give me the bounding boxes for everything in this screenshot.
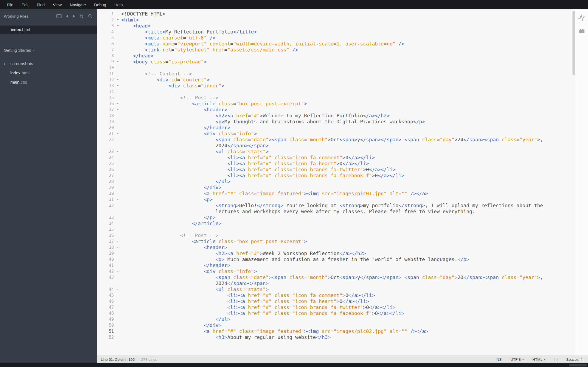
code-line[interactable]: 52 <h3>About my regular using website</h…	[97, 334, 575, 340]
code-line[interactable]: 22 <span class="date"><span class="month…	[97, 137, 575, 143]
overwrite-indicator[interactable]: INS	[495, 357, 502, 362]
code-line[interactable]: 1<!DOCTYPE HTML>	[97, 11, 575, 17]
code-line[interactable]: 45 <li><a href="#" class="icon fa-commen…	[97, 292, 575, 298]
code-line[interactable]: 19 <p>My thoughts and brainstorms about …	[97, 119, 575, 125]
fold-marker-icon[interactable]: ▾	[115, 101, 121, 107]
code-line[interactable]: 4 <title>My Reflection Portfolio</title>	[97, 29, 575, 35]
code-line[interactable]: 13▾ <div class="inner">	[97, 83, 575, 89]
fold-marker-icon[interactable]: ▾	[115, 268, 121, 274]
menu-item-navigate[interactable]: Navigate	[66, 2, 90, 7]
fold-marker-icon[interactable]: ▾	[115, 149, 121, 155]
code-line[interactable]: 36 <!-- Post -->	[97, 233, 575, 238]
previous-document-icon[interactable]	[66, 14, 68, 18]
code-line[interactable]: 37▾ <article class="box post post-excerp…	[97, 238, 575, 244]
vertical-scrollbar[interactable]	[572, 9, 575, 356]
fold-marker-icon[interactable]: ▾	[115, 77, 121, 83]
code-line[interactable]: 2▾<html>	[97, 17, 575, 23]
fold-marker-icon[interactable]: ▾	[115, 17, 121, 23]
status-circle-icon[interactable]	[554, 358, 558, 361]
code-line[interactable]: 24 <li><a href="#" class="icon fa-commen…	[97, 155, 575, 161]
code-line[interactable]: 41 </header>	[97, 262, 575, 268]
code-line[interactable]: 31▾ <p>	[97, 197, 575, 203]
fold-marker-icon[interactable]: ▾	[115, 131, 121, 137]
menu-item-help[interactable]: Help	[110, 2, 127, 7]
code-line[interactable]: 9▾ <body class="is-preload">	[97, 59, 575, 65]
code-line[interactable]: 3▾ <head>	[97, 23, 575, 29]
code-line[interactable]: 18 <h2><a href="#">Welcome to my Reflect…	[97, 113, 575, 119]
vertical-scrollbar-thumb[interactable]	[572, 11, 575, 75]
sort-icon[interactable]	[79, 14, 84, 18]
search-icon[interactable]	[88, 14, 93, 19]
bottom-scrollbar-thumb[interactable]	[569, 364, 587, 366]
code-line[interactable]: lectures and workshops every week after …	[97, 209, 575, 215]
code-line[interactable]: 34 </article>	[97, 221, 575, 227]
tree-item-index.html[interactable]: index.html	[0, 68, 97, 78]
code-line[interactable]: 32 <strong>Hello!</strong> You're lookin…	[97, 203, 575, 209]
tree-item-main.css[interactable]: main.css	[0, 78, 97, 87]
bottom-scrollbar[interactable]	[0, 363, 588, 367]
code-line[interactable]: 16▾ <article class="box post post-excerp…	[97, 101, 575, 107]
code-line[interactable]: 6 <meta name="viewport" content="width=d…	[97, 41, 575, 47]
code-line[interactable]: 48 <li><a href="#" class="icon brands fa…	[97, 310, 575, 316]
code-line[interactable]: 39 <h2><a href="#">Week 2 Workshop Refle…	[97, 250, 575, 256]
code-line[interactable]: 12▾ <div id="content">	[97, 77, 575, 83]
next-document-icon[interactable]	[73, 14, 75, 18]
indent-setting[interactable]: Spaces: 4	[566, 357, 583, 362]
working-file-index.html[interactable]: index.html	[0, 26, 97, 34]
language-select[interactable]: HTML ▾	[532, 357, 545, 362]
project-dropdown[interactable]: Getting Started ▾	[0, 41, 97, 55]
fold-marker-icon[interactable]: ▾	[115, 238, 121, 244]
code-line[interactable]: 42▾ <div class="info">	[97, 268, 575, 274]
code-line[interactable]: 30 <a href="#" class="image featured"><i…	[97, 191, 575, 197]
code-line[interactable]: 2024</span></span>	[97, 280, 575, 286]
code-line[interactable]: 29 </div>	[97, 185, 575, 191]
code-line[interactable]: 23▾ <ul class="stats">	[97, 149, 575, 155]
fold-marker-icon[interactable]: ▾	[115, 197, 121, 203]
fold-marker-icon[interactable]: ▾	[115, 244, 121, 250]
menu-item-view[interactable]: View	[49, 2, 66, 7]
extension-manager-icon[interactable]	[578, 28, 585, 34]
code-area[interactable]: 1<!DOCTYPE HTML>2▾<html>3▾ <head>4 <titl…	[97, 9, 575, 356]
code-line[interactable]: 26 <li><a href="#" class="icon brands fa…	[97, 167, 575, 173]
code-line[interactable]: 11 <!-- Content -->	[97, 71, 575, 77]
code-line[interactable]: 28 </ul>	[97, 179, 575, 185]
menu-item-debug[interactable]: Debug	[90, 2, 110, 7]
code-line[interactable]: 7 <link rel="stylesheet" href="assets/cs…	[97, 47, 575, 53]
encoding-select[interactable]: UTF-8 ▾	[510, 357, 524, 362]
fold-marker-icon[interactable]: ▾	[115, 23, 121, 29]
code-line[interactable]: 20 </header>	[97, 125, 575, 131]
menu-item-file[interactable]: File	[3, 2, 17, 7]
cursor-position[interactable]: Line 51, Column 105	[101, 357, 135, 362]
menu-item-edit[interactable]: Edit	[17, 2, 33, 7]
code-line[interactable]: 27 <li><a href="#" class="icon brands fa…	[97, 173, 575, 179]
code-line[interactable]: 25 <li><a href="#" class="icon fa-heart"…	[97, 161, 575, 167]
code-line[interactable]: 35	[97, 227, 575, 233]
indent-value[interactable]: 4	[580, 357, 583, 362]
tree-item-screenshots[interactable]: ▸screenshots	[0, 59, 97, 68]
code-line[interactable]: 43 <span class="date"><span class="month…	[97, 274, 575, 280]
code-line[interactable]: 33 </p>	[97, 215, 575, 221]
menu-item-find[interactable]: Find	[33, 2, 49, 7]
code-line[interactable]: 38▾ <header>	[97, 244, 575, 250]
code-line[interactable]: 44▾ <ul class="stats">	[97, 286, 575, 292]
code-line[interactable]: 50 </div>	[97, 322, 575, 328]
code-line[interactable]: 21▾ <div class="info">	[97, 131, 575, 137]
fold-marker-icon[interactable]: ▾	[115, 107, 121, 113]
code-line[interactable]: 51 <a href="#" class="image featured"><i…	[97, 328, 575, 334]
code-line[interactable]: 47 <li><a href="#" class="icon brands fa…	[97, 304, 575, 310]
code-line[interactable]: 40 <p> Much amazement and confusion as a…	[97, 256, 575, 262]
code-line[interactable]: 46 <li><a href="#" class="icon fa-heart"…	[97, 298, 575, 304]
split-view-icon[interactable]	[56, 14, 62, 18]
code-line[interactable]: 5 <meta charset="utf-8" />	[97, 35, 575, 41]
fold-marker-icon[interactable]: ▾	[115, 83, 121, 89]
code-line[interactable]: 49 </ul>	[97, 316, 575, 322]
code-line[interactable]: 17▾ <header>	[97, 107, 575, 113]
live-preview-icon[interactable]	[578, 14, 586, 21]
code-line[interactable]: 8 </head>	[97, 53, 575, 59]
code-line[interactable]: 10	[97, 65, 575, 71]
fold-marker-icon[interactable]: ▾	[115, 286, 121, 292]
code-line[interactable]: 14	[97, 89, 575, 95]
code-line[interactable]: 2024</span></span>	[97, 143, 575, 149]
code-line[interactable]: 15 <!-- Post -->	[97, 95, 575, 101]
fold-marker-icon[interactable]: ▾	[115, 59, 121, 65]
